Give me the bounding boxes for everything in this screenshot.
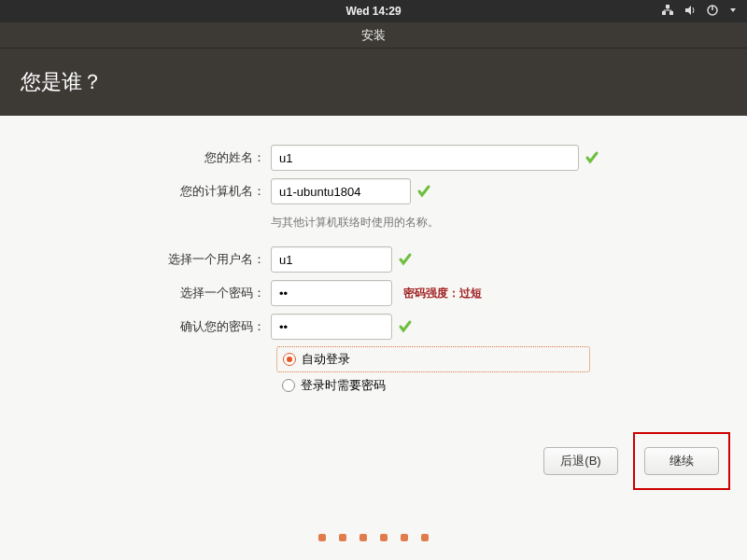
back-button[interactable]: 后退(B) xyxy=(543,447,618,475)
check-icon xyxy=(398,252,413,267)
system-topbar: Wed 14:29 xyxy=(0,0,747,22)
confirm-input[interactable] xyxy=(271,314,392,340)
chevron-down-icon[interactable] xyxy=(728,5,738,18)
check-icon xyxy=(416,184,431,199)
progress-dot xyxy=(380,534,388,541)
radio-auto-label: 自动登录 xyxy=(302,351,350,368)
radio-require-password[interactable]: 登录时需要密码 xyxy=(276,372,590,399)
progress-dot xyxy=(318,534,326,541)
page-heading-band: 您是谁？ xyxy=(0,49,747,116)
check-icon xyxy=(398,319,413,334)
hostname-input[interactable] xyxy=(271,178,411,204)
footer-buttons: 后退(B) 继续 xyxy=(543,432,730,490)
hostname-label: 您的计算机名： xyxy=(17,183,271,200)
login-radio-group: 自动登录 登录时需要密码 xyxy=(276,346,590,399)
progress-dot xyxy=(401,534,408,541)
svg-rect-2 xyxy=(666,5,669,8)
check-icon xyxy=(585,150,599,165)
page-title: 您是谁？ xyxy=(21,68,103,96)
name-input[interactable] xyxy=(271,145,579,171)
password-label: 选择一个密码： xyxy=(17,285,271,301)
window-titlebar: 安装 xyxy=(0,22,747,49)
continue-highlight: 继续 xyxy=(633,432,730,490)
form-area: 您的姓名： 您的计算机名： 与其他计算机联络时使用的名称。 选择一个用户名： 选… xyxy=(0,116,747,399)
network-icon[interactable] xyxy=(661,4,674,20)
password-input[interactable] xyxy=(271,280,392,306)
progress-dot xyxy=(339,534,346,541)
svg-rect-1 xyxy=(669,11,673,15)
username-input[interactable] xyxy=(271,246,392,273)
radio-auto-login[interactable]: 自动登录 xyxy=(276,346,590,372)
window-title: 安装 xyxy=(361,27,386,44)
system-tray xyxy=(661,4,738,20)
continue-button[interactable]: 继续 xyxy=(644,447,719,475)
radio-manual-label: 登录时需要密码 xyxy=(301,377,386,394)
hostname-helper: 与其他计算机联络时使用的名称。 xyxy=(271,216,439,230)
name-label: 您的姓名： xyxy=(17,149,271,166)
confirm-label: 确认您的密码： xyxy=(17,318,271,335)
progress-dot xyxy=(421,534,429,541)
progress-dot xyxy=(359,534,367,541)
power-icon[interactable] xyxy=(706,4,719,20)
radio-icon xyxy=(282,379,295,392)
username-label: 选择一个用户名： xyxy=(17,251,271,268)
volume-icon[interactable] xyxy=(684,4,697,20)
svg-rect-0 xyxy=(662,11,666,15)
password-strength: 密码强度：过短 xyxy=(403,286,482,301)
clock: Wed 14:29 xyxy=(345,5,401,18)
progress-dots xyxy=(318,534,429,541)
radio-icon xyxy=(283,353,296,366)
